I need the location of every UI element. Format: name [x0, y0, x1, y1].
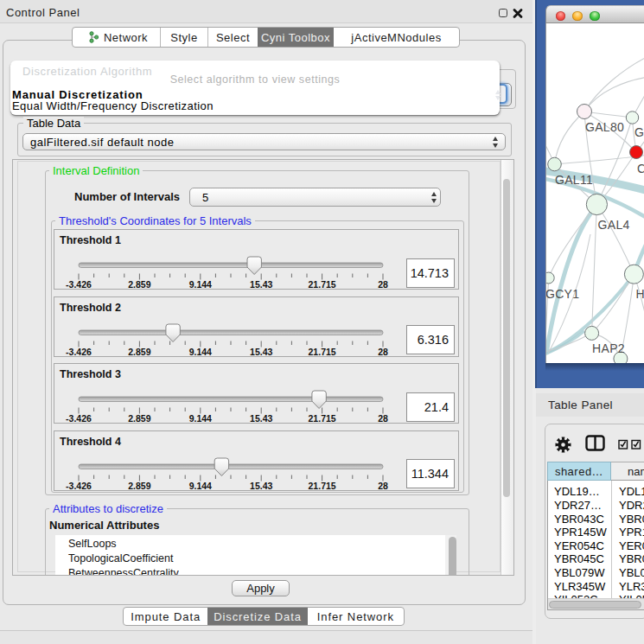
svg-text:2.859: 2.859	[128, 413, 150, 424]
svg-text:9.144: 9.144	[189, 481, 212, 491]
svg-text:GAL11: GAL11	[555, 173, 593, 187]
svg-text:-3.426: -3.426	[66, 413, 92, 424]
svg-text:GAL80: GAL80	[585, 120, 624, 134]
svg-text:-3.426: -3.426	[66, 279, 92, 290]
svg-text:28: 28	[378, 413, 388, 424]
svg-text:28: 28	[378, 279, 388, 290]
svg-text:9.144: 9.144	[189, 279, 212, 290]
svg-text:2.859: 2.859	[128, 347, 150, 357]
svg-text:28: 28	[378, 347, 388, 357]
svg-text:H: H	[636, 287, 644, 301]
svg-text:2.859: 2.859	[128, 279, 150, 290]
svg-text:28: 28	[378, 481, 388, 491]
svg-text:9.144: 9.144	[189, 413, 212, 424]
svg-text:-3.426: -3.426	[66, 347, 92, 357]
svg-text:GAL4: GAL4	[598, 218, 630, 232]
svg-text:15.43: 15.43	[250, 347, 272, 357]
svg-text:15.43: 15.43	[250, 279, 272, 290]
svg-text:9.144: 9.144	[189, 347, 212, 357]
svg-text:HAP2: HAP2	[592, 341, 625, 355]
svg-text:C: C	[637, 162, 644, 175]
svg-text:21.715: 21.715	[309, 279, 336, 290]
svg-text:2.859: 2.859	[128, 481, 150, 491]
svg-text:-3.426: -3.426	[66, 481, 92, 491]
svg-text:21.715: 21.715	[309, 347, 336, 357]
svg-text:21.715: 21.715	[309, 413, 336, 424]
svg-text:GA: GA	[634, 125, 644, 139]
svg-text:21.715: 21.715	[309, 481, 336, 491]
svg-text:GCY1: GCY1	[546, 287, 579, 301]
svg-text:15.43: 15.43	[250, 481, 272, 491]
svg-text:15.43: 15.43	[250, 413, 272, 424]
